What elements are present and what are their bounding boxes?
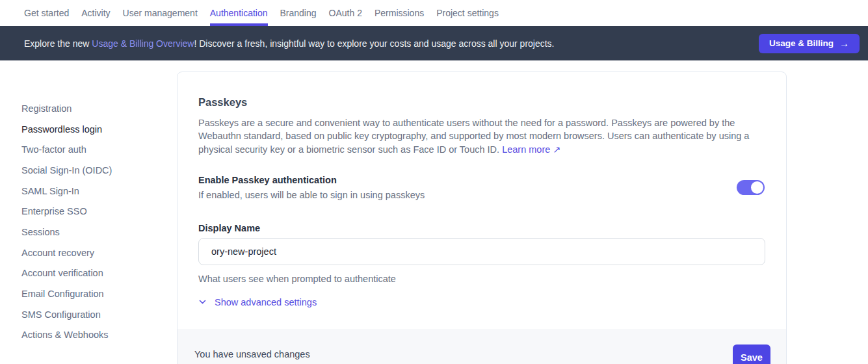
page-title: Passkeys: [198, 95, 765, 109]
learn-more-link[interactable]: Learn more ↗: [502, 144, 560, 155]
nav-tab-user-management[interactable]: User management: [123, 0, 198, 26]
passkeys-description: Passkeys are a secure and convenient way…: [198, 116, 765, 156]
banner-text-after: ! Discover a fresh, insightful way to ex…: [194, 38, 554, 49]
banner-message: Explore the new Usage & Billing Overview…: [24, 38, 759, 49]
arrow-right-icon: →: [839, 38, 849, 48]
usage-billing-button[interactable]: Usage & Billing →: [759, 34, 860, 53]
sidebar-item-passwordless-login[interactable]: Passwordless login: [0, 119, 177, 140]
enable-passkey-labels: Enable Passkey authentication If enabled…: [198, 174, 425, 202]
unsaved-changes-bar: You have unsaved changes Save: [178, 329, 786, 364]
nav-tab-branding[interactable]: Branding: [280, 0, 317, 26]
show-advanced-settings-link[interactable]: Show advanced settings: [198, 296, 317, 309]
enable-passkey-row: Enable Passkey authentication If enabled…: [198, 174, 765, 202]
sidebar-item-sms-configuration[interactable]: SMS Configuration: [0, 304, 177, 325]
toggle-knob: [751, 181, 763, 194]
description-text: Passkeys are a secure and convenient way…: [198, 118, 749, 155]
passkey-toggle[interactable]: [737, 180, 765, 195]
sidebar-item-social-sign-in[interactable]: Social Sign-In (OIDC): [0, 160, 177, 181]
usage-billing-overview-link[interactable]: Usage & Billing Overview: [92, 38, 194, 49]
nav-tab-permissions[interactable]: Permissions: [375, 0, 424, 26]
display-name-helper: What users see when prompted to authenti…: [198, 274, 765, 285]
sidebar-item-email-configuration[interactable]: Email Configuration: [0, 283, 177, 304]
save-button[interactable]: Save: [733, 344, 770, 364]
sidebar-item-saml-sign-in[interactable]: SAML Sign-In: [0, 181, 177, 202]
nav-tab-oauth2[interactable]: OAuth 2: [329, 0, 362, 26]
sidebar-item-two-factor-auth[interactable]: Two-factor auth: [0, 139, 177, 160]
passkeys-settings-card: Passkeys Passkeys are a secure and conve…: [177, 72, 787, 364]
sidebar-item-enterprise-sso[interactable]: Enterprise SSO: [0, 201, 177, 222]
show-advanced-settings-label: Show advanced settings: [215, 296, 317, 309]
chevron-down-icon: [198, 298, 207, 306]
sidebar-item-actions-webhooks[interactable]: Actions & Webhooks: [0, 325, 177, 346]
sidebar-item-registration[interactable]: Registration: [0, 98, 177, 119]
display-name-label: Display Name: [198, 223, 765, 234]
usage-billing-button-label: Usage & Billing: [769, 38, 834, 48]
settings-sidebar: Registration Passwordless login Two-fact…: [0, 98, 177, 345]
usage-billing-banner: Explore the new Usage & Billing Overview…: [0, 26, 868, 60]
sidebar-item-account-recovery[interactable]: Account recovery: [0, 242, 177, 263]
unsaved-changes-text: You have unsaved changes: [194, 349, 310, 359]
enable-passkey-label: Enable Passkey authentication: [198, 174, 425, 186]
nav-tab-get-started[interactable]: Get started: [24, 0, 69, 26]
sidebar-item-sessions[interactable]: Sessions: [0, 222, 177, 242]
nav-tab-authentication[interactable]: Authentication: [210, 0, 268, 26]
banner-text-before: Explore the new: [24, 38, 92, 49]
nav-tab-activity[interactable]: Activity: [81, 0, 110, 26]
top-navigation: Get started Activity User management Aut…: [0, 0, 868, 26]
display-name-section: Display Name What users see when prompte…: [198, 223, 765, 285]
sidebar-item-account-verification[interactable]: Account verification: [0, 263, 177, 284]
display-name-input[interactable]: [198, 238, 765, 265]
arrow-up-right-icon: ↗: [553, 144, 560, 155]
nav-tab-project-settings[interactable]: Project settings: [436, 0, 499, 26]
enable-passkey-sublabel: If enabled, users will be able to sign i…: [198, 189, 425, 202]
